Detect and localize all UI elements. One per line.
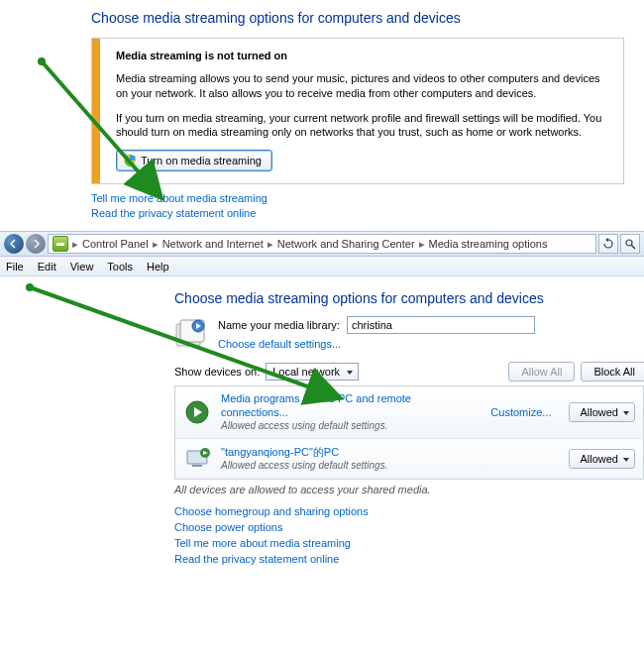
svg-rect-7 [192, 465, 202, 467]
choose-homegroup-link[interactable]: Choose homegroup and sharing options [174, 505, 644, 517]
chevron-right-icon: ▸ [151, 238, 161, 251]
media-library-name-input[interactable] [347, 316, 535, 334]
device-title-link[interactable]: "tangyanqiong-PC"的PC [221, 446, 559, 460]
breadcrumb-network-and-internet[interactable]: Network and Internet [162, 238, 264, 250]
show-devices-on-label: Show devices on: [174, 366, 260, 378]
menu-file[interactable]: File [6, 261, 24, 273]
nav-back-button[interactable] [4, 234, 24, 254]
menu-help[interactable]: Help [147, 261, 169, 273]
uac-shield-icon [123, 154, 137, 167]
device-title-link[interactable]: Media programs on this PC and remote con… [221, 392, 481, 420]
device-row: "tangyanqiong-PC"的PC Allowed access usin… [175, 438, 643, 479]
menu-edit[interactable]: Edit [38, 261, 56, 273]
menu-tools[interactable]: Tools [107, 261, 133, 273]
tell-me-more-link-bottom[interactable]: Tell me more about media streaming [174, 537, 644, 549]
page-title-top: Choose media streaming options for compu… [91, 10, 644, 26]
allow-all-button[interactable]: Allow All [508, 362, 575, 382]
device-subtitle: Allowed access using default settings. [221, 420, 481, 433]
warning-title: Media streaming is not turned on [116, 49, 607, 63]
device-permission-select[interactable]: Allowed [569, 402, 635, 422]
privacy-statement-link-top[interactable]: Read the privacy statement online [91, 207, 644, 219]
all-devices-allowed-status: All devices are allowed to access your s… [174, 484, 644, 495]
privacy-statement-link-bottom[interactable]: Read the privacy statement online [174, 553, 644, 565]
control-panel-icon [53, 236, 68, 252]
menu-view[interactable]: View [70, 261, 94, 273]
turn-on-media-streaming-button[interactable]: Turn on media streaming [116, 150, 272, 171]
device-permission-select[interactable]: Allowed [569, 449, 635, 469]
breadcrumb-network-sharing-center[interactable]: Network and Sharing Center [277, 238, 415, 250]
breadcrumb-control-panel[interactable]: Control Panel [82, 238, 149, 250]
choose-power-options-link[interactable]: Choose power options [174, 521, 644, 533]
warning-accent-bar [92, 39, 100, 183]
customize-link[interactable]: Customize... [490, 406, 551, 418]
show-devices-on-select[interactable]: Local network [266, 363, 359, 381]
tell-me-more-link-top[interactable]: Tell me more about media streaming [91, 192, 644, 204]
turn-on-button-label: Turn on media streaming [141, 155, 262, 166]
choose-default-settings-link[interactable]: Choose default settings... [218, 338, 535, 350]
chevron-right-icon: ▸ [417, 238, 427, 251]
breadcrumb[interactable]: ▸ Control Panel ▸ Network and Internet ▸… [48, 234, 596, 254]
media-library-icon [174, 316, 208, 350]
breadcrumb-media-streaming-options[interactable]: Media streaming options [429, 238, 548, 250]
media-program-icon [183, 398, 211, 426]
nav-forward-button[interactable] [26, 234, 46, 254]
search-button[interactable] [620, 234, 640, 254]
svg-point-0 [626, 240, 632, 246]
warning-paragraph-2: If you turn on media streaming, your cur… [116, 111, 607, 141]
block-all-button[interactable]: Block All [581, 362, 644, 382]
remote-pc-icon [183, 445, 211, 473]
menu-bar: File Edit View Tools Help [0, 257, 644, 276]
page-title-bottom: Choose media streaming options for compu… [174, 290, 644, 306]
chevron-right-icon: ▸ [266, 238, 275, 251]
device-list: Media programs on this PC and remote con… [174, 385, 644, 480]
chevron-right-icon: ▸ [70, 238, 80, 251]
refresh-button[interactable] [598, 234, 618, 254]
warning-paragraph-1: Media streaming allows you to send your … [116, 71, 607, 101]
svg-line-1 [632, 246, 636, 250]
warning-panel: Media streaming is not turned on Media s… [91, 38, 624, 184]
media-library-name-label: Name your media library: [218, 319, 340, 331]
explorer-navigation-bar: ▸ Control Panel ▸ Network and Internet ▸… [0, 231, 644, 257]
device-row: Media programs on this PC and remote con… [175, 386, 643, 438]
device-subtitle: Allowed access using default settings. [221, 460, 559, 473]
